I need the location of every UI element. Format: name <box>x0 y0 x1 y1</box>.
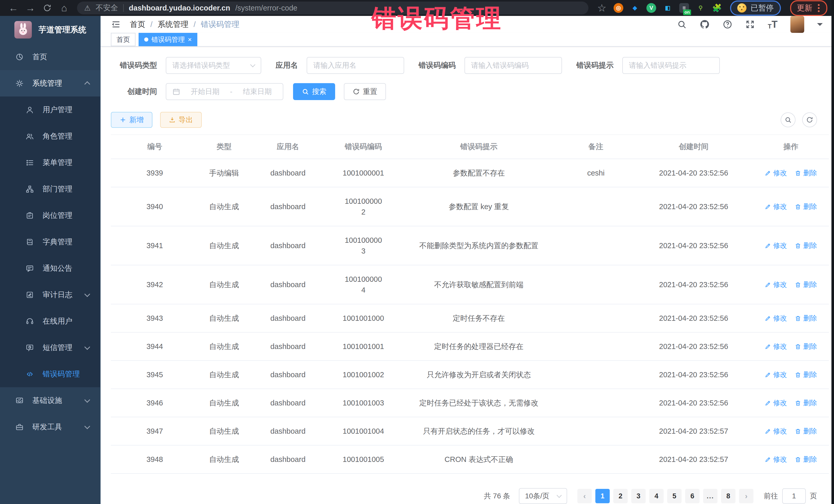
add-button[interactable]: 新增 <box>111 112 152 128</box>
extension-key-icon[interactable]: ⚲ <box>696 3 705 13</box>
bookmark-star-icon[interactable]: ☆ <box>597 2 607 14</box>
tab-home[interactable]: 首页 <box>111 33 135 46</box>
sidebar-collapse-icon[interactable] <box>111 19 121 29</box>
page-button-4[interactable]: 4 <box>649 489 664 503</box>
page-size-select[interactable]: 10条/页 <box>519 488 567 504</box>
table-cell: 只允许修改为开启或者关闭状态 <box>400 361 557 389</box>
edit-link[interactable]: 修改 <box>765 240 787 251</box>
table-cell-error-code: 1001000003 <box>326 226 400 265</box>
sidebar-item-infrastructure[interactable]: 基础设施 <box>0 387 100 414</box>
error-code-input[interactable] <box>464 57 562 74</box>
refresh-table-button[interactable] <box>802 112 817 127</box>
app-name-input[interactable] <box>307 57 404 74</box>
browser-reload-button[interactable] <box>41 4 54 12</box>
prev-page-button[interactable]: ‹ <box>577 489 592 503</box>
fullscreen-icon[interactable] <box>745 20 755 29</box>
sidebar-item-home[interactable]: 首页 <box>0 44 100 70</box>
browser-home-button[interactable]: ⌂ <box>58 0 71 16</box>
browser-update-button[interactable]: 更新 <box>790 0 827 16</box>
extension-gem-icon[interactable]: ◆ <box>630 3 640 13</box>
next-page-button[interactable]: › <box>739 489 753 503</box>
delete-link[interactable]: 删除 <box>795 369 817 380</box>
sidebar-item-label: 系统管理 <box>32 78 77 89</box>
extension-list-icon[interactable]: ≡on <box>679 3 689 13</box>
extension-target-icon[interactable]: ◎ <box>614 3 623 13</box>
search-icon[interactable] <box>677 20 687 29</box>
edit-link[interactable]: 修改 <box>765 397 787 408</box>
sidebar-item-announcements[interactable]: 通知公告 <box>0 255 100 282</box>
toggle-search-button[interactable] <box>781 112 795 127</box>
extension-puzzle-icon[interactable]: 🧩 <box>712 3 722 13</box>
tab-close-icon[interactable]: × <box>188 36 192 43</box>
font-size-icon[interactable]: TT <box>768 19 777 30</box>
page-button-6[interactable]: 6 <box>685 489 700 503</box>
edit-link[interactable]: 修改 <box>765 168 787 178</box>
logo-row[interactable]: 芋道管理系统 <box>0 16 100 44</box>
sidebar-item-error-codes[interactable]: 错误码管理 <box>0 361 100 387</box>
sidebar-item-menus[interactable]: 菜单管理 <box>0 149 100 176</box>
filter-label-error-type: 错误码类型 <box>111 60 157 70</box>
sidebar-item-label: 错误码管理 <box>43 369 89 379</box>
delete-link[interactable]: 删除 <box>795 201 817 212</box>
create-time-range-picker[interactable]: 开始日期 - 结束日期 <box>166 83 283 100</box>
breadcrumb-item[interactable]: 首页 <box>130 19 145 30</box>
error-message-input[interactable] <box>622 57 720 74</box>
extension-vue-icon[interactable]: V <box>646 3 656 13</box>
github-icon[interactable] <box>700 19 710 29</box>
sidebar-item-departments[interactable]: 部门管理 <box>0 176 100 202</box>
edit-link[interactable]: 修改 <box>765 201 787 212</box>
reset-button[interactable]: 重置 <box>344 83 386 100</box>
sidebar-item-dictionary[interactable]: 字典管理 <box>0 229 100 255</box>
delete-link[interactable]: 删除 <box>795 279 817 290</box>
browser-back-button[interactable]: ← <box>7 0 20 16</box>
edit-label: 修改 <box>773 168 787 178</box>
error-type-select[interactable]: 请选择错误码类型 <box>166 57 261 74</box>
sidebar-item-online-users[interactable]: 在线用户 <box>0 308 100 334</box>
tab-error-code[interactable]: 错误码管理× <box>138 33 197 46</box>
export-button[interactable]: 导出 <box>160 112 202 128</box>
delete-link[interactable]: 删除 <box>795 341 817 352</box>
edit-link[interactable]: 修改 <box>765 341 787 352</box>
browser-forward-button[interactable]: → <box>24 0 37 16</box>
browser-address-bar[interactable]: ⚠ 不安全 dashboard.yudao.iocoder.cn /system… <box>77 2 588 14</box>
page-button-3[interactable]: 3 <box>631 489 646 503</box>
sidebar-item-users[interactable]: 用户管理 <box>0 96 100 123</box>
paused-extension-chip[interactable]: 已暂停 <box>730 1 781 16</box>
page-button-8[interactable]: 8 <box>721 489 736 503</box>
sidebar-item-audit-logs[interactable]: 审计日志 <box>0 282 100 308</box>
search-button[interactable]: 搜索 <box>293 83 335 100</box>
browser-menu-icon[interactable] <box>818 7 820 9</box>
sidebar-item-positions[interactable]: 岗位管理 <box>0 202 100 229</box>
page-button-2[interactable]: 2 <box>613 489 628 503</box>
paused-label: 已暂停 <box>751 3 774 13</box>
edit-link[interactable]: 修改 <box>765 279 787 290</box>
table-cell: dashboard <box>249 333 326 360</box>
sidebar-item-label: 菜单管理 <box>43 158 89 168</box>
sidebar-item-sms[interactable]: 短信管理 <box>0 334 100 361</box>
goto-page-input[interactable] <box>782 488 806 504</box>
edit-label: 修改 <box>773 397 787 408</box>
breadcrumb-item[interactable]: 系统管理 <box>158 19 188 30</box>
edit-link[interactable]: 修改 <box>765 313 787 324</box>
sidebar-item-dev-tools[interactable]: 研发工具 <box>0 414 100 440</box>
delete-link[interactable]: 删除 <box>795 426 817 437</box>
edit-link[interactable]: 修改 <box>765 369 787 380</box>
edit-link[interactable]: 修改 <box>765 454 787 465</box>
table-row: 3948自动生成dashboard1001001005CRON 表达式不正确20… <box>111 445 829 474</box>
edit-link[interactable]: 修改 <box>765 426 787 437</box>
delete-link[interactable]: 删除 <box>795 240 817 251</box>
user-avatar[interactable] <box>790 16 804 33</box>
page-button-1[interactable]: 1 <box>595 489 610 503</box>
sidebar-item-roles[interactable]: 角色管理 <box>0 123 100 149</box>
extension-grid-icon[interactable]: ◧ <box>663 3 673 13</box>
sidebar-item-label: 用户管理 <box>43 105 89 115</box>
delete-link[interactable]: 删除 <box>795 397 817 408</box>
sidebar-item-system[interactable]: 系统管理 <box>0 70 100 96</box>
page-ellipsis[interactable]: ... <box>703 489 718 503</box>
delete-link[interactable]: 删除 <box>795 168 817 178</box>
delete-link[interactable]: 删除 <box>795 313 817 324</box>
user-menu-caret-icon[interactable] <box>817 23 823 29</box>
delete-link[interactable]: 删除 <box>795 454 817 465</box>
help-icon[interactable] <box>723 20 732 29</box>
page-button-5[interactable]: 5 <box>667 489 682 503</box>
